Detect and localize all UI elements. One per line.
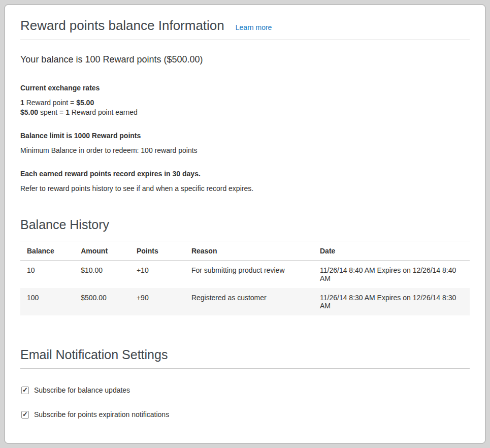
table-row: 10 $10.00 +10 For submitting product rev… xyxy=(20,261,470,289)
rate-earn-amount: $5.00 xyxy=(76,99,94,107)
rate-spend-tail: Reward point earned xyxy=(70,108,138,116)
cell-date: 11/26/14 8:30 AM Expires on 12/26/14 8:3… xyxy=(313,288,470,315)
expiration-block: Each earned reward points record expires… xyxy=(20,169,470,194)
rate-spend-middle: spent = xyxy=(38,108,66,116)
table-header-amount: Amount xyxy=(74,241,130,261)
learn-more-link[interactable]: Learn more xyxy=(236,23,272,31)
rate-spend-points: 1 xyxy=(66,108,70,116)
subscribe-balance-label: Subscribe for balance updates xyxy=(34,386,130,395)
table-head: Balance Amount Points Reason Date xyxy=(20,241,470,261)
subscribe-expiration-checkbox[interactable] xyxy=(21,411,29,419)
balance-limit-block: Balance limit is 1000 Reward points Mini… xyxy=(20,131,470,155)
table-header-reason: Reason xyxy=(185,241,313,261)
table-header-points: Points xyxy=(130,241,185,261)
cell-reason: Registered as customer xyxy=(185,288,313,315)
subscribe-expiration-label: Subscribe for points expiration notifica… xyxy=(34,410,169,419)
exchange-rate-earn: 1 Reward point = $5.00 $5.00 spent = 1 R… xyxy=(20,98,470,117)
balance-history-table: Balance Amount Points Reason Date 10 $10… xyxy=(20,241,470,315)
table-header-row: Balance Amount Points Reason Date xyxy=(20,241,470,261)
subscribe-balance-checkbox[interactable] xyxy=(21,387,29,394)
cell-date: 11/26/14 8:40 AM Expires on 12/26/14 8:4… xyxy=(313,261,470,289)
table-body: 10 $10.00 +10 For submitting product rev… xyxy=(20,261,470,316)
balance-history-heading: Balance History xyxy=(20,217,470,233)
cell-balance: 100 xyxy=(20,288,74,315)
page-title: Reward points balance Information xyxy=(20,17,224,34)
rate-spend-amount: $5.00 xyxy=(20,108,38,116)
table-header-date: Date xyxy=(313,241,470,261)
balance-summary: Your balance is 100 Reward points ($500.… xyxy=(20,54,470,65)
cell-points: +10 xyxy=(130,261,185,289)
subscribe-balance-row[interactable]: Subscribe for balance updates xyxy=(20,386,470,395)
cell-balance: 10 xyxy=(20,261,74,289)
cell-reason: For submitting product review xyxy=(185,261,313,289)
table-header-balance: Balance xyxy=(20,241,74,261)
exchange-rates-heading: Current exchange rates xyxy=(20,83,470,92)
balance-limit-heading: Balance limit is 1000 Reward points xyxy=(20,131,470,140)
expiration-note: Refer to reward points history to see if… xyxy=(20,184,470,194)
minimum-redeem-text: Minimum Balance in order to redeem: 100 … xyxy=(20,146,470,155)
exchange-rates-block: Current exchange rates 1 Reward point = … xyxy=(20,83,470,117)
subscribe-expiration-row[interactable]: Subscribe for points expiration notifica… xyxy=(20,410,470,419)
cell-points: +90 xyxy=(130,288,185,315)
table-row: 100 $500.00 +90 Registered as customer 1… xyxy=(20,288,470,315)
reward-points-card: Reward points balance Information Learn … xyxy=(5,5,485,443)
rate-earn-points: 1 xyxy=(20,99,24,107)
email-settings-heading: Email Notification Settings xyxy=(20,347,470,369)
cell-amount: $10.00 xyxy=(74,261,130,289)
cell-amount: $500.00 xyxy=(74,288,130,315)
page-header: Reward points balance Information Learn … xyxy=(20,5,470,40)
expiration-heading: Each earned reward points record expires… xyxy=(20,169,470,178)
rate-earn-middle: Reward point = xyxy=(24,99,76,107)
page-background: Reward points balance Information Learn … xyxy=(0,0,490,448)
